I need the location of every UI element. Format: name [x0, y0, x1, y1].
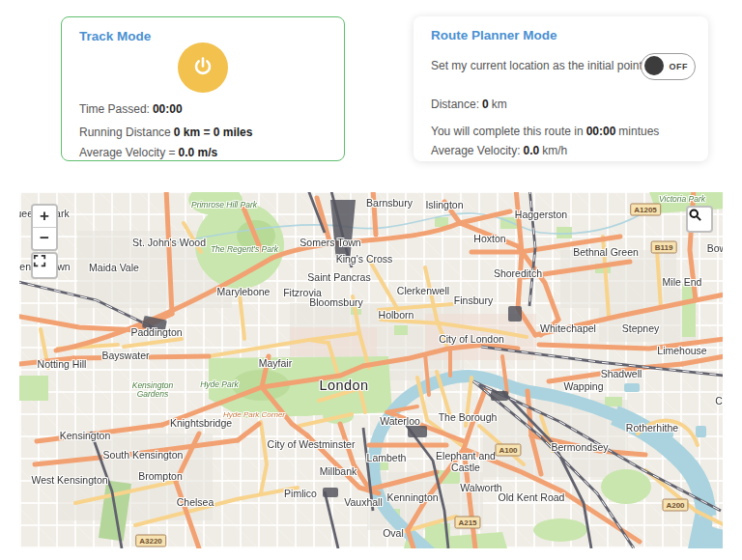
average-velocity-value: 0.0 m/s [179, 146, 218, 159]
map-labels: Queen's ParkKensal TownSt. John's WoodMa… [19, 192, 723, 548]
route-time-prefix: You will complete this route in [431, 125, 584, 138]
map-label: St. John's Wood [132, 237, 206, 248]
map-label: Rotherhithe [626, 422, 678, 434]
map-label: Lambeth [367, 452, 407, 463]
road-ref-badge: A100 [495, 444, 521, 457]
map-label: Finsbury [454, 294, 493, 306]
road-ref-badge: A200 [662, 499, 688, 512]
map-label: Limehouse [657, 345, 706, 356]
map-label: Mile End [663, 276, 702, 288]
map-label: Millbank [320, 465, 357, 477]
set-location-row: Set my current location as the initial p… [431, 59, 645, 72]
map-label: Bayswater [101, 350, 149, 361]
map-label: Whitechapel [540, 322, 596, 334]
route-velocity-label: Average Velocity: [431, 144, 521, 157]
map-label: Bow [707, 242, 723, 254]
map-label: Oval [383, 527, 404, 539]
set-location-label: Set my current location as the initial p… [431, 59, 645, 72]
zoom-out-button[interactable]: − [33, 228, 56, 249]
map-label: Wapping [563, 380, 603, 392]
map-label: Shoreditch [494, 267, 542, 279]
map-label: Somers Town [300, 237, 360, 248]
track-mode-title: Track Mode [79, 29, 151, 43]
route-distance-unit: km [492, 98, 507, 111]
route-velocity-value: 0.0 [524, 144, 540, 157]
map-label: Paddington [130, 326, 182, 338]
power-button[interactable] [178, 42, 228, 93]
map-canvas[interactable]: Queen's ParkKensal TownSt. John's WoodMa… [19, 192, 723, 548]
map-label: Elephant and Castle [431, 451, 500, 473]
map-label: Chelsea [177, 496, 214, 508]
map-label: Mayfair [259, 357, 292, 369]
power-icon [191, 55, 214, 81]
map-label: Kennington [386, 491, 438, 503]
map-label: City of Westminster [268, 438, 356, 450]
map-label: Hoxton [473, 233, 505, 244]
zoom-in-button[interactable]: + [33, 206, 56, 228]
map-label: Marylebone [217, 286, 271, 297]
map-label: Notting Hill [38, 358, 87, 370]
running-distance-label: Running Distance [79, 126, 171, 139]
map-label: Holborn [379, 309, 414, 321]
map-label: Vauxhall [344, 496, 383, 508]
map-label: Walworth [460, 482, 501, 493]
map-label: Bethnal Green [573, 246, 639, 258]
map-label: Stepney [622, 322, 660, 334]
map-label: The Regent's Park [210, 245, 279, 254]
map-label: London [320, 378, 369, 393]
running-distance-value: 0 km = 0 miles [174, 126, 253, 139]
map-label: Haggerston [515, 209, 567, 220]
average-velocity-row: Average Velocity =0.0 m/s [79, 146, 217, 159]
road-ref-badge: A1205 [630, 204, 661, 216]
track-mode-card: Track Mode Time Passed:00:00 Running Dis… [61, 16, 345, 161]
search-button[interactable] [686, 206, 713, 233]
map-label: Barnsbury [366, 197, 413, 209]
route-time-suffix: mintues [618, 125, 659, 138]
route-time-row: You will complete this route in00:00mint… [431, 125, 659, 138]
road-ref-badge: A215 [454, 517, 480, 529]
map-label: Kensington [60, 430, 111, 441]
map-label: West Kensington [31, 474, 107, 486]
route-planner-title: Route Planner Mode [431, 28, 557, 42]
route-distance-row: Distance:0km [431, 98, 507, 111]
time-passed-value: 00:00 [153, 102, 183, 116]
map-label: Shadwell [601, 368, 642, 379]
map-label: Hyde Park [200, 379, 239, 389]
road-ref-badge: B119 [651, 241, 677, 254]
toggle-knob[interactable] [644, 56, 664, 75]
map-label: Kensington Gardens [118, 381, 187, 400]
map-label: Hyde Park Corner [223, 410, 285, 419]
map-label: Bloomsbury [309, 296, 362, 308]
map-label: South Kensington [103, 449, 184, 461]
map-label: Islington [425, 199, 463, 210]
average-velocity-label: Average Velocity = [79, 146, 176, 159]
route-planner-card: Route Planner Mode Set my current locati… [414, 16, 708, 161]
running-distance-row: Running Distance0 km = 0 miles [79, 126, 252, 139]
map-label: Pimlico [284, 488, 317, 499]
time-passed-row: Time Passed:00:00 [79, 102, 183, 116]
time-passed-label: Time Passed: [79, 102, 150, 116]
map-label: City of London [439, 333, 504, 345]
route-distance-value: 0 [482, 98, 489, 111]
map-label: King's Cross [336, 253, 393, 265]
route-velocity-row: Average Velocity:0.0km/h [431, 144, 567, 157]
map-label: Canada Water [715, 395, 723, 406]
map-label: Saint Pancras [307, 271, 370, 283]
zoom-control: + − [31, 204, 58, 251]
route-distance-label: Distance: [431, 98, 479, 111]
fullscreen-button[interactable] [31, 252, 58, 279]
map-label: Bermondsey [552, 441, 609, 453]
map-label: The Borough [439, 411, 498, 423]
map-label: Clerkenwell [397, 285, 449, 296]
initial-point-toggle[interactable]: OFF [641, 53, 696, 80]
map-label: Brompton [138, 470, 183, 482]
toggle-state-label: OFF [670, 62, 689, 71]
map-label: Waterloo [380, 415, 420, 427]
map-label: Old Kent Road [499, 491, 565, 503]
route-time-value: 00:00 [586, 125, 616, 138]
map-label: Knightsbridge [170, 417, 232, 429]
map-label: Maida Vale [89, 262, 139, 273]
road-ref-badge: A3220 [135, 535, 166, 547]
map-label: Primrose Hill Park [189, 201, 259, 210]
route-velocity-unit: km/h [542, 144, 567, 157]
